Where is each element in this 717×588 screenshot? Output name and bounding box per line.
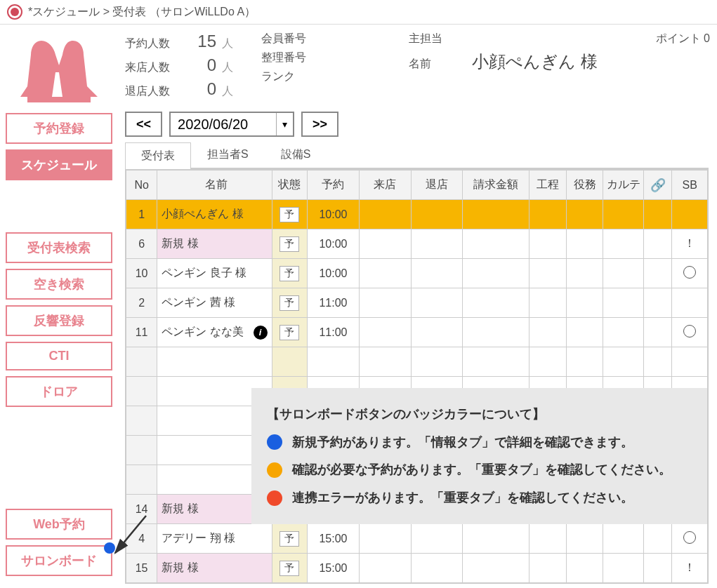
tab-setsubi[interactable]: 設備S xyxy=(265,141,327,168)
cell-yoyaku: 10:00 xyxy=(308,200,360,229)
col-raiten[interactable]: 来店 xyxy=(359,171,411,200)
cell-sb xyxy=(672,288,708,318)
namae-label: 名前 xyxy=(409,57,458,72)
cell-seikyu xyxy=(463,229,529,259)
cell-seikyu xyxy=(463,259,529,288)
col-yakumu[interactable]: 役務 xyxy=(566,171,603,200)
rank-label: ランク xyxy=(261,69,324,84)
cell-name: 新規 様 xyxy=(157,229,272,259)
state-badge: 予 xyxy=(279,266,299,281)
col-seikyu[interactable]: 請求金額 xyxy=(463,171,529,200)
cell-yoyaku: 15:00 xyxy=(308,554,360,583)
cell-kotei xyxy=(529,318,567,347)
raiten-count-value: 0 xyxy=(181,55,216,75)
cell-yakumu xyxy=(566,288,603,318)
cell-name: ペンギン 良子 様 xyxy=(157,259,272,288)
table-row[interactable]: 2ペンギン 茜 様予11:00 xyxy=(126,288,708,318)
cell-kotei xyxy=(529,200,567,229)
cell-yoyaku: 10:00 xyxy=(308,259,360,288)
col-kotei[interactable]: 工程 xyxy=(529,171,567,200)
cell-taiten xyxy=(411,259,463,288)
cell-state: 予 xyxy=(272,259,308,288)
web-yoyaku-button[interactable]: Web予約 xyxy=(6,509,112,540)
cell-state: 予 xyxy=(272,524,308,554)
cell-kotei xyxy=(529,554,567,583)
tab-tantosha[interactable]: 担当者S xyxy=(191,141,265,168)
cell-raiten xyxy=(359,554,411,583)
cell-sb: ！ xyxy=(672,229,708,259)
table-row[interactable]: 6新規 様予10:00！ xyxy=(126,229,708,259)
cell-sb: ！ xyxy=(672,554,708,583)
table-row[interactable]: 15新規 様予15:00！ xyxy=(126,554,708,583)
doroa-button[interactable]: ドロア xyxy=(6,376,112,407)
cell-kotei xyxy=(529,524,567,554)
table-row[interactable]: 11ペンギン なな美i予11:00 xyxy=(126,318,708,347)
cell-raiten xyxy=(359,318,411,347)
cell-raiten xyxy=(359,200,411,229)
cell-no: 1 xyxy=(126,200,157,229)
content: ポイント 0 予約人数15人 来店人数0人 退店人数0人 会員番号 整理番号 ラ… xyxy=(118,25,717,587)
cell-raiten xyxy=(359,524,411,554)
kaiin-label: 会員番号 xyxy=(261,32,324,46)
red-dot-icon xyxy=(267,490,282,506)
cell-link xyxy=(644,524,672,554)
cell-raiten xyxy=(359,259,411,288)
link-icon: 🔗 xyxy=(650,178,666,192)
cell-taiten xyxy=(411,524,463,554)
col-state[interactable]: 状態 xyxy=(272,171,308,200)
yoyaku-count-value: 15 xyxy=(181,32,216,51)
cell-sb xyxy=(672,259,708,288)
cell-seikyu xyxy=(463,288,529,318)
date-selector[interactable]: ▾ xyxy=(169,112,294,137)
summary: 予約人数15人 来店人数0人 退店人数0人 会員番号 整理番号 ランク 主担当 … xyxy=(125,32,709,103)
cell-karte xyxy=(603,554,644,583)
cell-name: ペンギン なな美i xyxy=(157,318,272,347)
col-yoyaku[interactable]: 予約 xyxy=(308,171,360,200)
cell-kotei xyxy=(529,229,567,259)
col-taiten[interactable]: 退店 xyxy=(411,171,463,200)
shutanto-label: 主担当 xyxy=(409,32,458,46)
date-navigation: << ▾ >> xyxy=(125,112,709,137)
state-badge: 予 xyxy=(279,207,299,222)
cell-no: 10 xyxy=(126,259,157,288)
cell-taiten xyxy=(411,318,463,347)
cell-yakumu xyxy=(566,318,603,347)
uketsuke-kensaku-button[interactable]: 受付表検索 xyxy=(6,232,112,263)
col-karte[interactable]: カルテ xyxy=(603,171,644,200)
cell-no: 15 xyxy=(126,554,157,583)
tabs: 受付表 担当者S 設備S xyxy=(125,141,709,169)
col-name[interactable]: 名前 xyxy=(157,171,272,200)
cti-button[interactable]: CTI xyxy=(6,342,112,370)
cell-karte xyxy=(603,259,644,288)
tab-uketsuke[interactable]: 受付表 xyxy=(125,142,191,169)
next-date-button[interactable]: >> xyxy=(301,112,338,137)
state-badge: 予 xyxy=(279,561,299,576)
table-row[interactable]: 1小顔ぺんぎん 様予10:00 xyxy=(126,200,708,229)
table-row[interactable]: 10ペンギン 良子 様予10:00 xyxy=(126,259,708,288)
cell-name: アデリー 翔 様 xyxy=(157,524,272,554)
col-sb[interactable]: SB xyxy=(672,171,708,200)
date-input[interactable] xyxy=(171,114,276,135)
schedule-button[interactable]: スケジュール xyxy=(6,149,112,180)
raiten-count-label: 来店人数 xyxy=(125,60,181,75)
col-no[interactable]: No xyxy=(126,171,157,200)
cell-state: 予 xyxy=(272,200,308,229)
sb-circle-icon xyxy=(683,325,696,338)
cell-yakumu xyxy=(566,259,603,288)
titlebar-text: *スケジュール > 受付表 （サロンWiLLDo A） xyxy=(28,5,256,20)
cell-raiten xyxy=(359,288,411,318)
yoyaku-toroku-button[interactable]: 予約登録 xyxy=(6,113,112,144)
cell-yakumu xyxy=(566,229,603,259)
cell-link xyxy=(644,200,672,229)
salonboard-button[interactable]: サロンボード xyxy=(6,545,112,576)
col-link[interactable]: 🔗 xyxy=(644,171,672,200)
prev-date-button[interactable]: << xyxy=(125,112,162,137)
info-icon[interactable]: i xyxy=(254,326,268,340)
state-badge: 予 xyxy=(279,236,299,252)
date-dropdown-icon[interactable]: ▾ xyxy=(276,113,293,135)
cell-karte xyxy=(603,200,644,229)
aki-kensaku-button[interactable]: 空き検索 xyxy=(6,269,112,300)
hankyo-toroku-button[interactable]: 反響登録 xyxy=(6,305,112,336)
cell-yoyaku: 11:00 xyxy=(308,288,360,318)
table-row[interactable]: 4アデリー 翔 様予15:00 xyxy=(126,524,708,554)
